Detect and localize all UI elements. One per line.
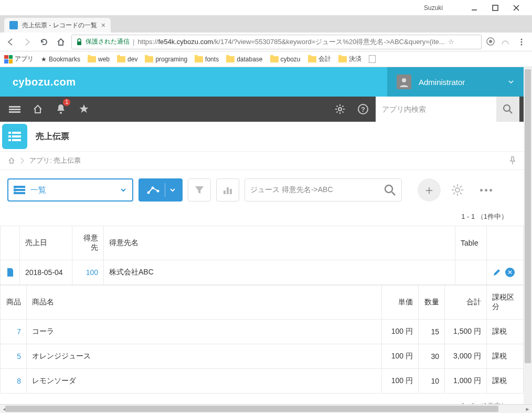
extension-icon-2[interactable] xyxy=(501,37,511,47)
svg-rect-31 xyxy=(227,187,229,194)
record-table-header-customer-name[interactable]: 得意先名 xyxy=(104,226,455,260)
bookmark-folder[interactable]: database xyxy=(226,56,262,63)
extension-icon-1[interactable] xyxy=(486,37,496,47)
detail-table: 商品 商品名 単価 数量 合計 課税区分 7 コーラ 100 円 15 1,50… xyxy=(0,285,524,394)
bookmark-folder[interactable]: 決済 xyxy=(338,55,361,63)
svg-rect-18 xyxy=(12,132,21,134)
folder-icon xyxy=(195,56,203,62)
detail-row: 8 レモンソーダ 100 円 10 1,000 円 課税 xyxy=(1,369,524,394)
window-minimize-button[interactable] xyxy=(464,1,485,15)
record-table-header-date[interactable]: 売上日 xyxy=(20,226,72,260)
user-name: Administrator xyxy=(419,78,501,87)
detail-header-total[interactable]: 合計 xyxy=(445,285,487,320)
view-selector-dropdown[interactable]: 一覧 xyxy=(7,178,133,202)
bookmark-folder[interactable]: programing xyxy=(145,56,187,63)
detail-row: 7 コーラ 100 円 15 1,500 円 課税 xyxy=(1,320,524,344)
bookmark-folder[interactable]: fonts xyxy=(195,56,219,63)
bookmarks-star-button[interactable]: ★ Bookmarks xyxy=(41,56,80,63)
detail-header-code[interactable]: 商品 xyxy=(1,285,27,320)
window-maximize-button[interactable] xyxy=(485,1,506,15)
portal-home-button[interactable] xyxy=(27,97,48,122)
chevron-down-icon xyxy=(120,186,127,194)
keyword-search-input[interactable] xyxy=(250,186,379,194)
folder-icon xyxy=(117,56,125,62)
tab-close-button[interactable]: × xyxy=(101,21,105,29)
window-close-button[interactable] xyxy=(506,1,527,15)
breadcrumb-home-icon[interactable] xyxy=(7,156,16,165)
cybozu-header: cybozu.com Administrator xyxy=(0,67,524,97)
bookmark-page[interactable] xyxy=(369,55,376,63)
svg-point-12 xyxy=(338,108,342,111)
keyword-search xyxy=(244,178,402,202)
browser-tab[interactable]: 売上伝票 - レコードの一覧 × xyxy=(4,18,111,33)
pin-icon[interactable] xyxy=(509,156,516,165)
avatar-icon xyxy=(397,75,411,89)
vertical-scrollbar[interactable] xyxy=(524,67,532,404)
svg-rect-1 xyxy=(493,5,498,10)
hamburger-menu-button[interactable] xyxy=(4,97,25,122)
detail-table-header-row: 商品 商品名 単価 数量 合計 課税区分 xyxy=(1,285,524,320)
detail-header-price[interactable]: 単価 xyxy=(382,285,419,320)
record-table: 売上日 得意先 得意先名 Table 2018-05-04 100 株式会社AB… xyxy=(0,226,524,285)
record-row[interactable]: 2018-05-04 100 株式会社ABC ✕ xyxy=(1,260,524,285)
svg-point-10 xyxy=(402,78,406,82)
nav-home-button[interactable] xyxy=(55,36,67,48)
record-cell-date: 2018-05-04 xyxy=(20,260,72,285)
detail-cell-code[interactable]: 8 xyxy=(1,369,27,394)
record-detail-icon[interactable] xyxy=(1,260,20,285)
notifications-button[interactable]: 1 xyxy=(50,97,71,122)
notification-badge: 1 xyxy=(63,99,70,106)
horizontal-scrollbar[interactable]: ◄ ► xyxy=(0,404,532,413)
delete-record-button[interactable]: ✕ xyxy=(505,268,515,277)
app-search-button[interactable] xyxy=(496,97,519,122)
aggregate-button[interactable] xyxy=(216,178,239,202)
cybozu-logo[interactable]: cybozu.com xyxy=(0,76,76,88)
bookmark-folder[interactable]: web xyxy=(88,56,110,63)
breadcrumb-separator-icon xyxy=(20,157,25,164)
window-user: Suzuki xyxy=(424,4,443,12)
bookmarks-apps-label: アプリ xyxy=(15,55,34,63)
nav-back-button[interactable] xyxy=(4,36,17,48)
search-icon[interactable] xyxy=(384,184,396,196)
detail-header-qty[interactable]: 数量 xyxy=(419,285,445,320)
detail-cell-code[interactable]: 7 xyxy=(1,320,27,344)
detail-cell-qty: 30 xyxy=(419,344,445,369)
favorites-button[interactable] xyxy=(73,97,94,122)
user-menu[interactable]: Administrator xyxy=(387,67,524,97)
app-icon[interactable] xyxy=(2,124,27,149)
browser-toolbar: 保護された通信 | https://fe54k.cybozu.com/k/174… xyxy=(0,33,532,51)
app-search-input[interactable] xyxy=(376,97,496,122)
app-settings-button[interactable] xyxy=(446,178,469,202)
bookmark-folder[interactable]: 会計 xyxy=(308,55,331,63)
chart-button[interactable] xyxy=(139,178,183,202)
svg-point-11 xyxy=(60,112,62,114)
svg-rect-20 xyxy=(12,135,21,137)
nav-forward-button[interactable] xyxy=(21,36,34,48)
scrollbar-thumb[interactable] xyxy=(5,406,498,412)
detail-header-tax[interactable]: 課税区分 xyxy=(487,285,524,320)
help-button[interactable]: ? xyxy=(353,97,374,122)
record-cell-customer[interactable]: 100 xyxy=(72,260,104,285)
browser-tab-strip: 売上伝票 - レコードの一覧 × xyxy=(0,16,532,33)
detail-cell-code[interactable]: 5 xyxy=(1,344,27,369)
secure-label: 保護された通信 xyxy=(86,37,130,46)
folder-icon xyxy=(338,56,347,62)
bookmark-star-icon[interactable]: ☆ xyxy=(448,38,454,46)
scroll-right-arrow-icon[interactable]: ► xyxy=(523,405,532,413)
edit-record-button[interactable] xyxy=(493,268,501,277)
filter-button[interactable] xyxy=(188,178,211,202)
record-table-header-table[interactable]: Table xyxy=(455,226,487,260)
detail-header-name[interactable]: 商品名 xyxy=(27,285,382,320)
nav-reload-button[interactable] xyxy=(38,36,50,48)
browser-menu-button[interactable] xyxy=(515,36,528,48)
settings-gear-button[interactable] xyxy=(329,97,350,122)
bookmarks-apps-button[interactable]: アプリ xyxy=(4,55,34,63)
breadcrumb: アプリ: 売上伝票 xyxy=(0,151,524,170)
more-options-button[interactable] xyxy=(474,178,497,202)
apps-grid-icon xyxy=(4,55,13,63)
address-bar[interactable]: 保護された通信 | https://fe54k.cybozu.com/k/174… xyxy=(71,35,482,49)
add-record-button[interactable]: ＋ xyxy=(418,178,441,202)
record-table-header-customer[interactable]: 得意先 xyxy=(72,226,104,260)
bookmark-folder[interactable]: cybozu xyxy=(270,56,301,63)
bookmark-folder[interactable]: dev xyxy=(117,56,137,63)
